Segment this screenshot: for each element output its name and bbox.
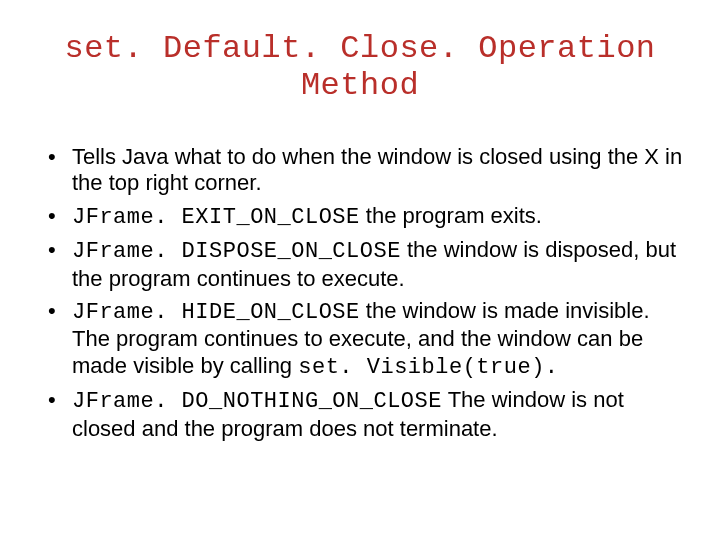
slide-title: set. Default. Close. Operation Method [36, 30, 684, 104]
slide: set. Default. Close. Operation Method Te… [0, 0, 720, 540]
bullet-text: the program exits. [360, 203, 542, 228]
list-item: JFrame. DO_NOTHING_ON_CLOSE The window i… [42, 387, 684, 442]
bullet-code: JFrame. HIDE_ON_CLOSE [72, 300, 360, 325]
bullet-code-2: set. Visible(true). [298, 355, 558, 380]
list-item: JFrame. DISPOSE_ON_CLOSE the window is d… [42, 237, 684, 292]
list-item: JFrame. HIDE_ON_CLOSE the window is made… [42, 298, 684, 381]
bullet-text: Tells Java what to do when the window is… [72, 144, 682, 195]
bullet-list: Tells Java what to do when the window is… [36, 144, 684, 442]
list-item: Tells Java what to do when the window is… [42, 144, 684, 197]
bullet-code: JFrame. DISPOSE_ON_CLOSE [72, 239, 401, 264]
list-item: JFrame. EXIT_ON_CLOSE the program exits. [42, 203, 684, 231]
bullet-code: JFrame. EXIT_ON_CLOSE [72, 205, 360, 230]
bullet-code: JFrame. DO_NOTHING_ON_CLOSE [72, 389, 442, 414]
